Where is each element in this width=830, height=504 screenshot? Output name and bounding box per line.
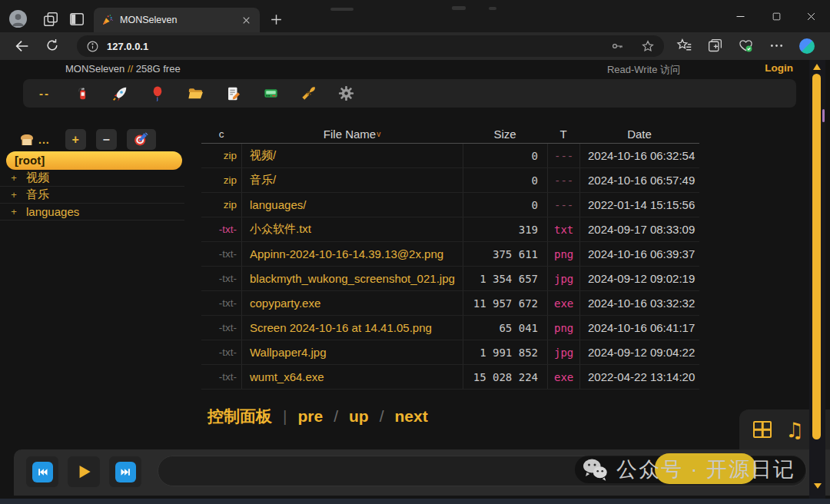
row-c[interactable]: zip [201, 199, 241, 211]
table-row[interactable]: zip 音乐/ 0 --- 2024-10-16 06:57:49 [201, 168, 699, 193]
row-ext[interactable]: exe [547, 291, 579, 315]
row-c[interactable]: -txt- [201, 248, 241, 260]
rocket-icon[interactable] [111, 85, 129, 103]
column-header-date[interactable]: Date [579, 125, 699, 143]
workspaces-icon[interactable] [42, 11, 59, 28]
scroll-down-arrow-icon[interactable] [814, 483, 822, 489]
favorites-bar-icon[interactable] [676, 38, 693, 55]
play-button[interactable] [68, 456, 100, 487]
table-row[interactable]: -txt- Screen 2024-10-16 at 14.41.05.png … [201, 316, 699, 340]
refresh-icon[interactable] [45, 38, 61, 55]
fire-extinguisher-icon[interactable] [73, 85, 91, 103]
profile-avatar[interactable] [9, 10, 27, 28]
row-c[interactable]: -txt- [201, 224, 241, 235]
row-c[interactable]: -txt- [201, 371, 241, 383]
row-ext[interactable]: jpg [547, 267, 579, 290]
browser-essentials-icon[interactable] [738, 38, 755, 55]
row-ext[interactable]: --- [547, 168, 579, 192]
tree-item[interactable]: + 音乐 [0, 187, 184, 204]
site-name[interactable]: MONSeleven [65, 63, 124, 75]
tree-expander[interactable]: + [6, 172, 22, 184]
url-bar[interactable]: 127.0.0.1 [77, 35, 664, 57]
site-info-icon[interactable] [86, 40, 99, 53]
collections-icon[interactable] [707, 38, 724, 55]
row-name[interactable]: 视频/ [241, 144, 463, 167]
scrollbar[interactable] [809, 60, 825, 499]
memo-icon[interactable] [224, 85, 242, 103]
url-text[interactable]: 127.0.0.1 [107, 41, 610, 52]
row-name[interactable]: 音乐/ [241, 168, 463, 192]
table-row[interactable]: -txt- Wallpaper4.jpg 1 991 852 jpg 2024-… [201, 340, 699, 365]
table-row[interactable]: -txt- Appinn-2024-10-16-14.39.13@2x.png … [201, 242, 699, 267]
login-link[interactable]: Login [765, 62, 793, 74]
row-name[interactable]: Appinn-2024-10-16-14.39.13@2x.png [241, 242, 463, 266]
tree-expand-button[interactable]: + [65, 129, 86, 150]
tree-item[interactable]: + 视频 [0, 170, 184, 187]
row-name[interactable]: wumt_x64.exe [241, 365, 463, 389]
up-link[interactable]: up [349, 407, 369, 426]
trumpet-icon[interactable] [299, 85, 317, 103]
row-c[interactable]: -txt- [201, 273, 241, 284]
breadcrumb-toggle-button[interactable]: ... [12, 129, 55, 150]
password-key-icon[interactable] [610, 39, 624, 53]
tree-expander[interactable]: + [6, 206, 22, 217]
tree-collapse-button[interactable]: − [96, 129, 117, 150]
column-header-c[interactable]: c [201, 128, 241, 140]
music-note-icon[interactable]: ♫ [785, 419, 804, 440]
site-breadcrumb[interactable]: MONSeleven // 258G free [65, 63, 181, 75]
next-link[interactable]: next [395, 407, 428, 426]
row-name[interactable]: Screen 2024-10-16 at 14.41.05.png [241, 316, 463, 340]
table-row[interactable]: -txt- copyparty.exe 11 957 672 exe 2024-… [201, 291, 699, 316]
table-row[interactable]: -txt- 小众软件.txt 319 txt 2024-09-17 08:33:… [201, 217, 699, 242]
column-header-type[interactable]: T [547, 125, 579, 143]
minimize-button[interactable] [729, 8, 752, 25]
scroll-up-arrow-icon[interactable] [813, 64, 821, 70]
tree-item-root-selected[interactable]: [root] [6, 151, 182, 170]
row-ext[interactable]: --- [547, 193, 579, 217]
tab-close-icon[interactable] [240, 14, 252, 26]
tree-label[interactable]: languages [26, 205, 79, 218]
table-row[interactable]: zip 视频/ 0 --- 2024-10-16 06:32:54 [201, 144, 699, 168]
row-c[interactable]: -txt- [201, 346, 241, 358]
maximize-button[interactable] [765, 8, 788, 25]
toolbar-collapse-button[interactable]: -- [35, 87, 54, 100]
table-row[interactable]: -txt- wumt_x64.exe 15 028 224 exe 2022-0… [201, 365, 699, 390]
close-window-button[interactable] [799, 8, 822, 25]
tree-expander[interactable]: + [6, 189, 22, 201]
previous-track-button[interactable] [26, 456, 58, 487]
row-c[interactable]: -txt- [201, 297, 241, 309]
tree-locate-button[interactable] [127, 129, 156, 150]
row-ext[interactable]: jpg [547, 340, 579, 364]
back-icon[interactable] [14, 38, 31, 55]
browser-tab[interactable]: MONSeleven [94, 8, 260, 32]
row-ext[interactable]: exe [547, 365, 579, 389]
scrollbar-thumb[interactable] [812, 74, 821, 439]
row-name[interactable]: copyparty.exe [241, 291, 463, 315]
row-c[interactable]: zip [201, 174, 241, 186]
favorite-star-icon[interactable] [641, 39, 655, 53]
column-header-size[interactable]: Size [463, 125, 547, 143]
new-tab-button[interactable] [269, 12, 284, 28]
row-ext[interactable]: txt [547, 217, 579, 241]
row-name[interactable]: 小众软件.txt [241, 217, 463, 241]
settings-menu-icon[interactable] [769, 38, 785, 55]
row-c[interactable]: zip [201, 150, 241, 161]
row-ext[interactable]: png [547, 316, 579, 340]
table-row[interactable]: zip languages/ 0 --- 2022-01-14 15:15:56 [201, 193, 699, 217]
vertical-tabs-icon[interactable] [68, 11, 85, 28]
row-ext[interactable]: png [547, 242, 579, 266]
next-track-button[interactable] [109, 456, 141, 487]
row-name[interactable]: languages/ [241, 193, 463, 217]
tree-label[interactable]: 音乐 [26, 187, 49, 202]
table-row[interactable]: -txt- blackmyth_wukong_screenshot_021.jp… [201, 267, 699, 291]
pager-icon[interactable] [261, 85, 280, 103]
gear-icon[interactable] [337, 85, 355, 103]
copilot-icon[interactable] [799, 38, 815, 54]
row-name[interactable]: Wallpaper4.jpg [241, 340, 463, 364]
tree-item[interactable]: + languages [0, 204, 184, 220]
grid-view-icon[interactable] [753, 421, 772, 438]
tree-label[interactable]: 视频 [26, 171, 49, 185]
row-name[interactable]: blackmyth_wukong_screenshot_021.jpg [241, 267, 463, 290]
row-ext[interactable]: --- [547, 144, 579, 167]
pre-link[interactable]: pre [297, 407, 323, 426]
